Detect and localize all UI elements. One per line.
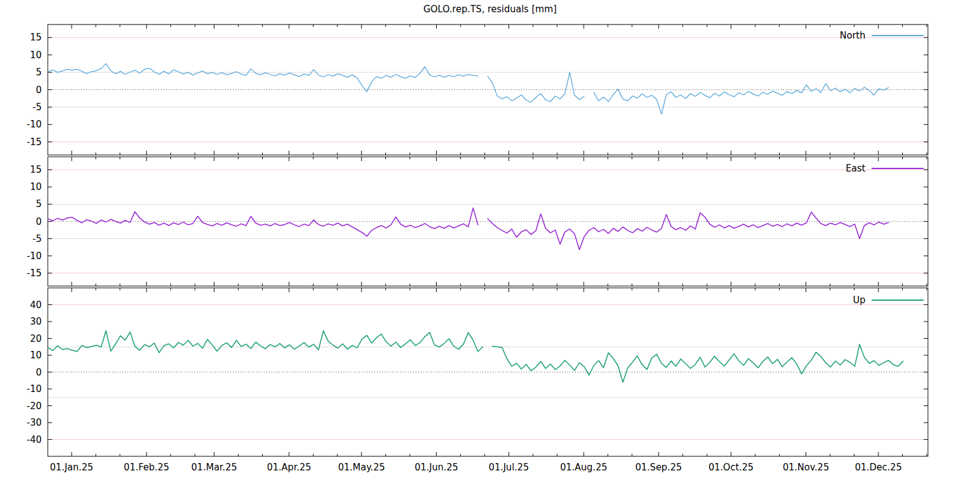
svg-text:0: 0 [36,367,42,378]
svg-text:-5: -5 [32,102,42,113]
legend-line-sample-up [872,300,924,301]
svg-text:10: 10 [30,181,42,192]
legend-line-sample-east [872,168,924,169]
svg-text:5: 5 [36,198,42,209]
svg-text:01.Jan.25: 01.Jan.25 [50,462,94,473]
svg-text:15: 15 [30,164,42,175]
svg-text:01.Mar.25: 01.Mar.25 [191,462,237,473]
chart-canvas: 151050-5-10-15151050-5-10-15403020100-10… [0,0,980,490]
svg-text:15: 15 [30,32,42,43]
svg-text:-15: -15 [27,268,42,279]
legend-line-sample-north [872,35,924,36]
svg-text:20: 20 [30,333,42,344]
svg-text:-5: -5 [32,233,42,244]
svg-text:-40: -40 [27,434,42,445]
svg-text:01.Jun.25: 01.Jun.25 [415,462,458,473]
legend-up: Up [853,295,924,306]
svg-text:01.Jul.25: 01.Jul.25 [489,462,529,473]
svg-text:0: 0 [36,85,42,96]
svg-text:01.Oct.25: 01.Oct.25 [709,462,754,473]
svg-text:30: 30 [30,316,42,327]
svg-text:01.Nov.25: 01.Nov.25 [783,462,829,473]
legend-label-east: East [846,163,865,174]
svg-text:01.May.25: 01.May.25 [338,462,385,473]
svg-text:-10: -10 [27,251,42,262]
svg-text:10: 10 [30,350,42,361]
svg-text:01.Apr.25: 01.Apr.25 [267,462,311,473]
legend-east: East [846,163,924,174]
svg-text:0: 0 [36,216,42,227]
svg-text:10: 10 [30,50,42,61]
svg-text:-15: -15 [27,137,42,148]
legend-label-north: North [840,30,865,41]
plot-page: GOLO.rep.TS, residuals [mm] 151050-5-10-… [0,0,980,490]
svg-text:01.Feb.25: 01.Feb.25 [124,462,169,473]
svg-text:01.Aug.25: 01.Aug.25 [560,462,608,473]
svg-text:5: 5 [36,67,42,78]
legend-north: North [840,30,924,41]
svg-text:01.Sep.25: 01.Sep.25 [635,462,682,473]
svg-text:01.Dec.25: 01.Dec.25 [855,462,902,473]
svg-text:-30: -30 [27,417,42,428]
svg-text:-20: -20 [27,401,42,412]
legend-label-up: Up [853,295,865,306]
svg-text:-10: -10 [27,383,42,394]
svg-text:-10: -10 [27,119,42,130]
svg-text:40: 40 [30,300,42,311]
